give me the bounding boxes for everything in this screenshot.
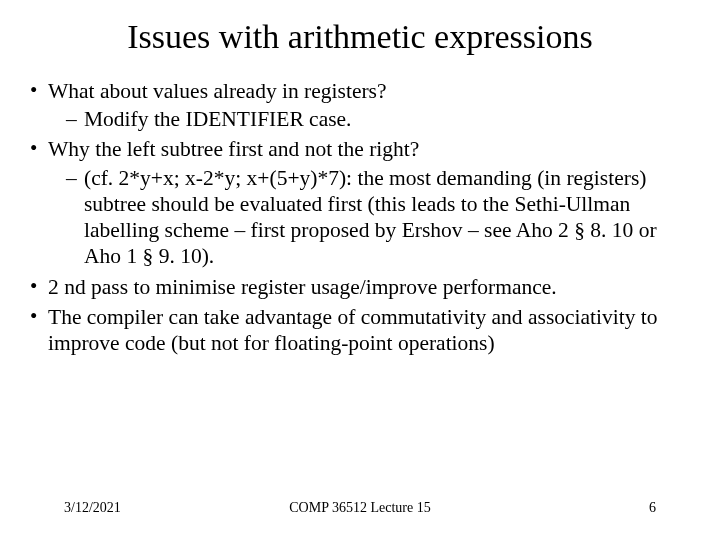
list-item: 2 nd pass to minimise register usage/imp… [30, 274, 696, 300]
sub-list: (cf. 2*y+x; x-2*y; x+(5+y)*7): the most … [48, 165, 696, 270]
bullet-text: The compiler can take advantage of commu… [48, 305, 658, 355]
list-item: What about values already in registers? … [30, 78, 696, 132]
bullet-text: Modify the IDENTIFIER case. [84, 107, 352, 131]
footer-course: COMP 36512 Lecture 15 [0, 500, 720, 516]
list-item: Why the left subtree first and not the r… [30, 136, 696, 269]
slide-title: Issues with arithmetic expressions [24, 18, 696, 56]
slide-footer: 3/12/2021 COMP 36512 Lecture 15 6 [0, 500, 720, 516]
bullet-text: 2 nd pass to minimise register usage/imp… [48, 275, 557, 299]
slide-body: What about values already in registers? … [24, 78, 696, 356]
slide: Issues with arithmetic expressions What … [0, 0, 720, 540]
bullet-list: What about values already in registers? … [24, 78, 696, 356]
bullet-text: Why the left subtree first and not the r… [48, 137, 419, 161]
sub-list: Modify the IDENTIFIER case. [48, 106, 696, 132]
bullet-text: (cf. 2*y+x; x-2*y; x+(5+y)*7): the most … [84, 166, 657, 269]
list-item: (cf. 2*y+x; x-2*y; x+(5+y)*7): the most … [66, 165, 696, 270]
list-item: The compiler can take advantage of commu… [30, 304, 696, 356]
bullet-text: What about values already in registers? [48, 79, 387, 103]
list-item: Modify the IDENTIFIER case. [66, 106, 696, 132]
